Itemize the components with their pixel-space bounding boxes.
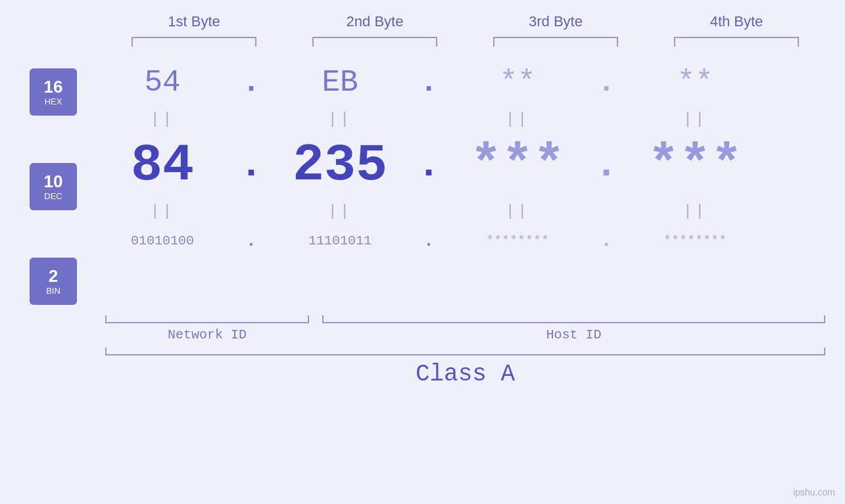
dec-dot-3: . bbox=[590, 143, 623, 187]
class-section: Class A bbox=[0, 348, 845, 388]
spacer-2 bbox=[30, 226, 77, 252]
bin-val-2: 11101011 bbox=[268, 233, 412, 248]
dec-val-3: *** bbox=[445, 135, 590, 195]
spacer-1 bbox=[30, 121, 77, 147]
bin-dot-3: . bbox=[590, 231, 623, 251]
bracket-top-2 bbox=[312, 37, 437, 47]
badges-column: 16 HEX 10 DEC 2 BIN bbox=[0, 57, 77, 310]
main-container: 1st Byte 2nd Byte 3rd Byte 4th Byte 16 H… bbox=[0, 0, 845, 504]
bin-val-1: 01010100 bbox=[90, 233, 235, 248]
dec-badge: 10 DEC bbox=[30, 163, 77, 210]
host-id-bracket bbox=[322, 315, 825, 323]
bin-badge-wrapper: 2 BIN bbox=[30, 252, 77, 310]
byte-headers-row: 1st Byte 2nd Byte 3rd Byte 4th Byte bbox=[104, 13, 827, 30]
watermark: ipshu.com bbox=[793, 487, 835, 497]
bracket-top-4 bbox=[674, 37, 799, 47]
hex-row: 54 . EB . ** . ** bbox=[77, 57, 845, 109]
hex-val-2: EB bbox=[268, 66, 412, 100]
hex-badge: 16 HEX bbox=[30, 68, 77, 116]
network-id-section: Network ID bbox=[105, 315, 309, 342]
dec-badge-label: DEC bbox=[44, 191, 62, 201]
data-section: 16 HEX 10 DEC 2 BIN bbox=[0, 57, 845, 310]
network-id-label: Network ID bbox=[105, 327, 309, 342]
hex-val-1: 54 bbox=[90, 66, 235, 100]
dec-dot-2: . bbox=[412, 143, 445, 187]
bracket-top-3 bbox=[493, 37, 618, 47]
host-id-label: Host ID bbox=[322, 327, 825, 342]
bin-val-3: ******** bbox=[445, 233, 590, 248]
dec-dot-1: . bbox=[235, 143, 268, 187]
hex-val-4: ** bbox=[623, 66, 767, 100]
hex-badge-wrapper: 16 HEX bbox=[30, 63, 77, 121]
rows-container: 54 . EB . ** . ** bbox=[77, 57, 845, 310]
bin-val-4: ******** bbox=[623, 233, 767, 248]
brackets-labels-row: Network ID Host ID bbox=[105, 315, 825, 342]
hex-val-3: ** bbox=[445, 66, 590, 100]
hex-dot-2: . bbox=[412, 66, 445, 100]
byte-header-1: 1st Byte bbox=[122, 13, 266, 30]
host-id-section: Host ID bbox=[322, 315, 825, 342]
network-id-bracket bbox=[105, 315, 309, 323]
dec-val-2: 235 bbox=[268, 135, 412, 195]
bin-badge-label: BIN bbox=[46, 286, 60, 296]
bin-dot-1: . bbox=[235, 231, 268, 251]
dec-row: 84 . 235 . *** . *** bbox=[77, 129, 845, 201]
equals-row-2: || || || || bbox=[77, 201, 845, 221]
class-bracket bbox=[105, 348, 825, 355]
bin-row: 01010100 . 11101011 . ******** . bbox=[77, 221, 845, 260]
hex-dot-3: . bbox=[590, 66, 623, 100]
bracket-top-1 bbox=[132, 37, 256, 47]
dec-badge-number: 10 bbox=[44, 172, 63, 191]
id-labels-section: Network ID Host ID bbox=[0, 315, 845, 342]
equals-row-1: || || || || bbox=[77, 109, 845, 129]
hex-dot-1: . bbox=[235, 66, 268, 100]
bin-badge: 2 BIN bbox=[30, 258, 77, 305]
hex-badge-label: HEX bbox=[45, 97, 62, 106]
bin-badge-number: 2 bbox=[49, 267, 58, 286]
byte-header-3: 3rd Byte bbox=[483, 13, 628, 30]
byte-header-4: 4th Byte bbox=[664, 13, 809, 30]
bin-dot-2: . bbox=[412, 231, 445, 251]
byte-header-2: 2nd Byte bbox=[302, 13, 447, 30]
dec-val-1: 84 bbox=[90, 135, 235, 195]
dec-val-4: *** bbox=[623, 135, 767, 195]
dec-badge-wrapper: 10 DEC bbox=[30, 147, 77, 226]
hex-badge-number: 16 bbox=[44, 78, 63, 97]
top-brackets bbox=[104, 37, 827, 47]
class-label: Class A bbox=[105, 361, 825, 388]
